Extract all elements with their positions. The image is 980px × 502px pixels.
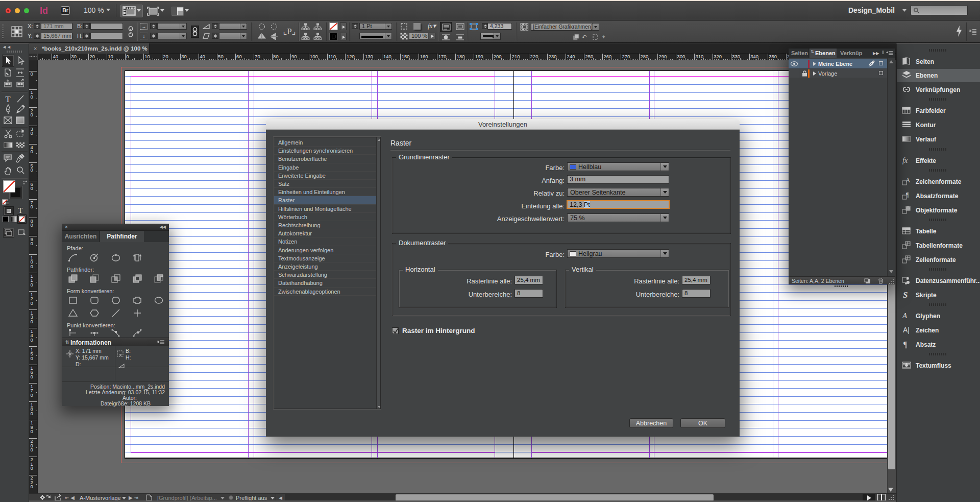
svg-text:A|: A| xyxy=(903,326,910,334)
svg-text:T: T xyxy=(5,94,11,104)
svg-text:S: S xyxy=(903,290,908,300)
svg-text:A: A xyxy=(902,312,908,320)
svg-text:¶: ¶ xyxy=(903,340,908,349)
svg-text:fx: fx xyxy=(902,157,908,164)
svg-text:¶: ¶ xyxy=(906,191,909,198)
svg-text:A: A xyxy=(905,176,911,184)
